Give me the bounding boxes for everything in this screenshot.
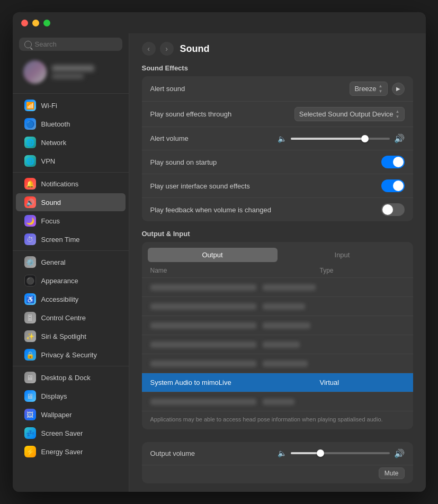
table-row-blur-4[interactable]	[142, 335, 413, 354]
alert-sound-label: Alert sound	[150, 85, 350, 93]
output-volume-slider[interactable]: 🔈 🔊	[278, 448, 405, 458]
titlebar	[13, 12, 426, 33]
sidebar-item-notifications[interactable]: 🔔 Notifications	[16, 175, 126, 193]
volume-thumb[interactable]	[361, 135, 369, 142]
nav-bar: ‹ › Sound	[142, 42, 413, 56]
toggle-thumb	[393, 157, 404, 167]
tab-output[interactable]: Output	[148, 248, 278, 262]
general-icon: ⚙️	[24, 256, 36, 268]
blur-type-1	[263, 284, 316, 291]
out-vol-low-icon: 🔈	[278, 449, 287, 457]
appearance-icon: ⚫	[24, 275, 36, 286]
controlcentre-icon: 🎛	[24, 312, 36, 323]
volume-feedback-label: Play feedback when volume is changed	[150, 206, 381, 214]
output-input-wrapper: Output Input Name Type	[142, 242, 413, 429]
col-name: Name	[150, 267, 320, 274]
col-type: Type	[320, 267, 405, 274]
sidebar-item-privacy[interactable]: 🔒 Privacy & Security	[16, 346, 126, 364]
sidebar-item-screentime[interactable]: ⏱ Screen Time	[16, 230, 126, 248]
back-button[interactable]: ‹	[142, 42, 156, 56]
sidebar-item-general[interactable]: ⚙️ General	[16, 253, 126, 271]
sidebar-divider-2	[13, 172, 129, 173]
startup-sound-toggle[interactable]	[381, 156, 405, 168]
sidebar-item-appearance[interactable]: ⚫ Appearance	[16, 272, 126, 290]
sidebar-label-controlcentre: Control Centre	[41, 314, 86, 322]
maximize-button[interactable]	[43, 20, 50, 26]
sidebar-item-controlcentre[interactable]: 🎛 Control Centre	[16, 309, 126, 327]
sidebar-label-wallpaper: Wallpaper	[41, 411, 72, 419]
table-row-blur-1[interactable]	[142, 278, 413, 297]
table-row-blur-3[interactable]	[142, 316, 413, 335]
sidebar-item-displays[interactable]: 🖥 Displays	[16, 387, 126, 405]
blur-type-5	[263, 361, 308, 367]
sidebar-item-desktop[interactable]: 🖥 Desktop & Dock	[16, 368, 126, 386]
play-button[interactable]: ▶	[392, 83, 405, 95]
sidebar-label-desktop: Desktop & Dock	[41, 374, 91, 382]
output-input-tabs: Output Input	[146, 246, 409, 264]
volume-feedback-toggle[interactable]	[381, 203, 405, 216]
alert-sound-select[interactable]: Breeze ▲ ▼	[350, 82, 387, 96]
user-profile[interactable]	[19, 57, 122, 87]
sidebar-item-wifi[interactable]: 📶 Wi-Fi	[16, 96, 126, 114]
out-volume-thumb[interactable]	[317, 449, 324, 457]
close-button[interactable]	[21, 20, 28, 26]
main-content: ‹ › Sound Sound Effects Alert sound Bree…	[129, 33, 426, 491]
sidebar-label-screensaver: Screen Saver	[41, 429, 83, 437]
sidebar-items-container: 📶 Wi-Fi 🔵 Bluetooth 🌐 Network 🌐 VPN 🔔 No…	[13, 96, 129, 461]
sidebar-item-focus[interactable]: 🌙 Focus	[16, 212, 126, 230]
focus-icon: 🌙	[24, 215, 36, 227]
privacy-icon: 🔒	[24, 349, 36, 361]
sidebar-label-energysaver: Energy Saver	[41, 448, 83, 456]
content-area: 📶 Wi-Fi 🔵 Bluetooth 🌐 Network 🌐 VPN 🔔 No…	[13, 33, 426, 491]
sidebar-divider-3	[13, 250, 129, 251]
selected-output-row[interactable]: System Audio to mimoLive Virtual	[142, 373, 413, 392]
sidebar-item-screensaver[interactable]: 💤 Screen Saver	[16, 424, 126, 442]
output-volume-label: Output volume	[150, 449, 278, 457]
notifications-icon: 🔔	[24, 178, 36, 190]
mute-button[interactable]: Mute	[379, 467, 405, 479]
play-through-select[interactable]: Selected Sound Output Device ▲ ▼	[294, 107, 405, 121]
sidebar-label-screentime: Screen Time	[41, 236, 80, 244]
search-bar[interactable]	[19, 38, 122, 51]
out-volume-track[interactable]	[291, 452, 390, 454]
blur-name-1	[150, 284, 256, 291]
blur-name-2	[150, 303, 256, 310]
forward-button[interactable]: ›	[160, 42, 174, 56]
sound-effects-card: Alert sound Breeze ▲ ▼ ▶ P	[142, 76, 413, 221]
table-row-blur-5[interactable]	[142, 354, 413, 373]
startup-sound-label: Play sound on startup	[150, 158, 381, 166]
play-through-label: Play sound effects through	[150, 110, 294, 118]
sidebar-item-wallpaper[interactable]: 🖼 Wallpaper	[16, 406, 126, 424]
sidebar-item-accessibility[interactable]: ♿ Accessibility	[16, 290, 126, 308]
sidebar-item-vpn[interactable]: 🌐 VPN	[16, 152, 126, 170]
sidebar-label-network: Network	[41, 139, 67, 147]
blur-name-5	[150, 361, 256, 367]
sidebar-item-sound[interactable]: 🔊 Sound	[16, 193, 126, 211]
alert-sound-row: Alert sound Breeze ▲ ▼ ▶	[142, 76, 413, 102]
volume-track[interactable]	[291, 138, 390, 140]
sidebar-item-energysaver[interactable]: ⚡ Energy Saver	[16, 443, 126, 461]
sidebar-item-network[interactable]: 🌐 Network	[16, 133, 126, 151]
alert-volume-slider[interactable]: 🔈 🔊	[278, 133, 405, 143]
toggle-thumb-2	[393, 181, 404, 191]
page-title: Sound	[180, 43, 210, 55]
startup-sound-row: Play sound on startup	[142, 150, 413, 174]
siri-icon: ✨	[24, 330, 36, 342]
volume-high-icon: 🔊	[394, 133, 405, 143]
sidebar-label-wifi: Wi-Fi	[41, 102, 57, 110]
table-row-blur-6[interactable]	[142, 392, 413, 411]
tab-input[interactable]: Input	[278, 248, 407, 262]
sidebar-label-general: General	[41, 258, 66, 266]
network-icon: 🌐	[24, 137, 36, 148]
sidebar-item-siri[interactable]: ✨ Siri & Spotlight	[16, 327, 126, 345]
user-info	[52, 65, 118, 79]
avatar	[23, 60, 47, 84]
minimize-button[interactable]	[32, 20, 39, 26]
wifi-icon: 📶	[24, 100, 36, 111]
sidebar-item-bluetooth[interactable]: 🔵 Bluetooth	[16, 115, 126, 133]
ui-effects-toggle[interactable]	[381, 179, 405, 192]
search-input[interactable]	[35, 40, 117, 48]
blur-name-3	[150, 322, 256, 329]
output-volume-row: Output volume 🔈 🔊	[142, 442, 413, 465]
table-row-blur-2[interactable]	[142, 297, 413, 316]
